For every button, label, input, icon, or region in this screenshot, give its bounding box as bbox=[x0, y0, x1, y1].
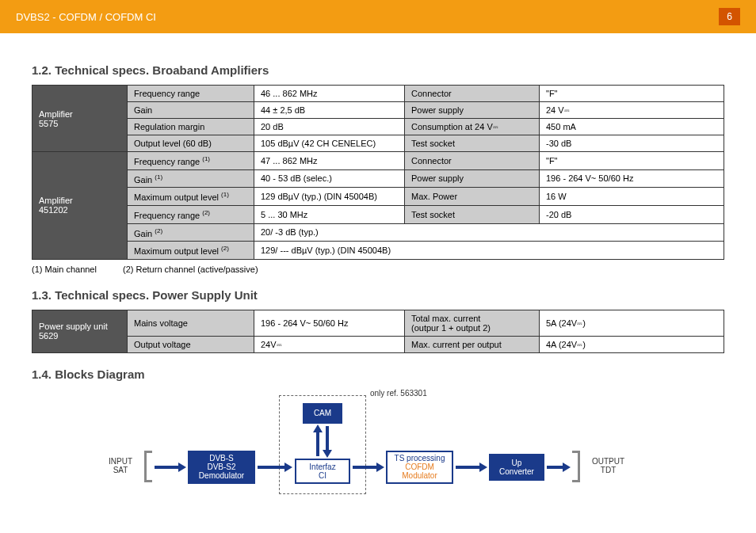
cofdm-modulator-label: COFDM Modulator bbox=[402, 463, 437, 480]
cell: 20/ -3 dB (typ.) bbox=[254, 223, 724, 242]
footnote-1: (1) Main channel bbox=[32, 265, 97, 274]
cell: 40 - 53 dB (selec.) bbox=[254, 169, 405, 188]
arrow-icon bbox=[547, 462, 571, 473]
section-1-4-heading: 1.4. Blocks Diagram bbox=[32, 367, 724, 381]
arrow-icon bbox=[456, 462, 487, 473]
cell: Regulation margin bbox=[128, 119, 254, 135]
cell: Max. Power bbox=[405, 188, 540, 206]
svg-marker-3 bbox=[284, 463, 292, 472]
svg-marker-5 bbox=[376, 463, 384, 472]
cell: 24V⎓ bbox=[254, 336, 405, 352]
cell: "F" bbox=[540, 86, 724, 102]
cell: Frequency range bbox=[128, 86, 254, 102]
page-header: DVBS2 - COFDM / COFDM CI 6 bbox=[0, 0, 756, 33]
ts-processing-label: TS processing bbox=[395, 454, 445, 463]
bracket-output-icon bbox=[572, 451, 580, 482]
cell: 5 ... 30 MHz bbox=[254, 205, 405, 223]
cell: Test socket bbox=[405, 205, 540, 223]
psu-table: Power supply unit 5629 Mains voltage 196… bbox=[32, 310, 724, 353]
bracket-input-icon bbox=[144, 451, 152, 482]
cell: Max. current per output bbox=[405, 336, 540, 352]
cell: 129/ --- dBµV (typ.) (DIN 45004B) bbox=[254, 242, 724, 260]
cell: 24 V⎓ bbox=[540, 102, 724, 119]
cell: Connector bbox=[405, 86, 540, 102]
cell: Maximum output level (2) bbox=[128, 242, 254, 260]
section-1-2-heading: 1.2. Technical specs. Broaband Amplifier… bbox=[32, 63, 724, 77]
block-ts-cofdm: TS processing COFDM Modulator bbox=[386, 451, 453, 484]
amp2-name: Amplifier 451202 bbox=[32, 152, 128, 260]
block-demodulator: DVB-S DVB-S2 Demodulator bbox=[188, 451, 255, 484]
footnote-2: (2) Return channel (active/passive) bbox=[123, 265, 258, 274]
cell: 16 W bbox=[540, 188, 724, 206]
arrow-icon bbox=[258, 462, 292, 473]
cell: 47 ... 862 MHz bbox=[254, 152, 405, 170]
cell: 196 - 264 V~ 50/60 Hz bbox=[254, 310, 405, 336]
psu-name: Power supply unit 5629 bbox=[32, 310, 128, 352]
cell: Output level (60 dB) bbox=[128, 135, 254, 152]
cell: -20 dB bbox=[540, 205, 724, 223]
cell: "F" bbox=[540, 152, 724, 170]
label-output: OUTPUT TDT bbox=[592, 457, 624, 474]
svg-marker-12 bbox=[323, 450, 332, 458]
cell: Gain (2) bbox=[128, 223, 254, 242]
page-number: 6 bbox=[719, 8, 740, 25]
table-footnote: (1) Main channel (2) Return channel (act… bbox=[32, 265, 724, 274]
cell: 196 - 264 V~ 50/60 Hz bbox=[540, 169, 724, 188]
cell: Gain (1) bbox=[128, 169, 254, 188]
cell: 46 ... 862 MHz bbox=[254, 86, 405, 102]
cell: 4A (24V⎓) bbox=[540, 336, 724, 352]
header-title: DVBS2 - COFDM / COFDM CI bbox=[16, 11, 156, 23]
cell: 44 ± 2,5 dB bbox=[254, 102, 405, 119]
block-interfaz-ci: Interfaz CI bbox=[295, 459, 350, 484]
section-1-3-heading: 1.3. Technical specs. Power Supply Unit bbox=[32, 288, 724, 302]
cell: 129 dBµV (typ.) (DIN 45004B) bbox=[254, 188, 405, 206]
amplifiers-table: Amplifier 5575 Frequency range 46 ... 86… bbox=[32, 85, 724, 260]
cell: 20 dB bbox=[254, 119, 405, 135]
arrow-icon bbox=[353, 462, 384, 473]
block-cam: CAM bbox=[303, 403, 342, 424]
svg-marker-10 bbox=[313, 424, 323, 432]
cell: Gain bbox=[128, 102, 254, 119]
page-content: 1.2. Technical specs. Broaband Amplifier… bbox=[0, 33, 756, 516]
svg-marker-7 bbox=[479, 463, 487, 472]
cell: Frequency range (2) bbox=[128, 205, 254, 223]
arrow-bidir-icon bbox=[311, 424, 334, 458]
cell: Connector bbox=[405, 152, 540, 170]
cell: Maximum output level (1) bbox=[128, 188, 254, 206]
cell: 5A (24V⎓) bbox=[540, 310, 724, 336]
cell: Mains voltage bbox=[128, 310, 254, 336]
cell: Total max. current (outpur 1 + output 2) bbox=[405, 310, 540, 336]
label-input: INPUT SAT bbox=[109, 457, 132, 474]
amp1-name: Amplifier 5575 bbox=[32, 86, 128, 152]
block-diagram: only ref. 563301 INPUT SAT DVB-S DVB-S2 … bbox=[132, 389, 624, 500]
cell: Power supply bbox=[405, 102, 540, 119]
arrow-icon bbox=[155, 462, 186, 473]
cell: Test socket bbox=[405, 135, 540, 152]
block-up-converter: Up Converter bbox=[489, 454, 544, 481]
cell: Power supply bbox=[405, 169, 540, 188]
cell: Output voltage bbox=[128, 336, 254, 352]
cell: Frequency range (1) bbox=[128, 152, 254, 170]
diagram-note: only ref. 563301 bbox=[370, 389, 427, 398]
cell: 105 dBµV (42 CH CENELEC) bbox=[254, 135, 405, 152]
cell: Consumption at 24 V⎓ bbox=[405, 119, 540, 135]
cell: -30 dB bbox=[540, 135, 724, 152]
cell: 450 mA bbox=[540, 119, 724, 135]
svg-marker-1 bbox=[178, 463, 186, 472]
svg-marker-9 bbox=[563, 463, 571, 472]
